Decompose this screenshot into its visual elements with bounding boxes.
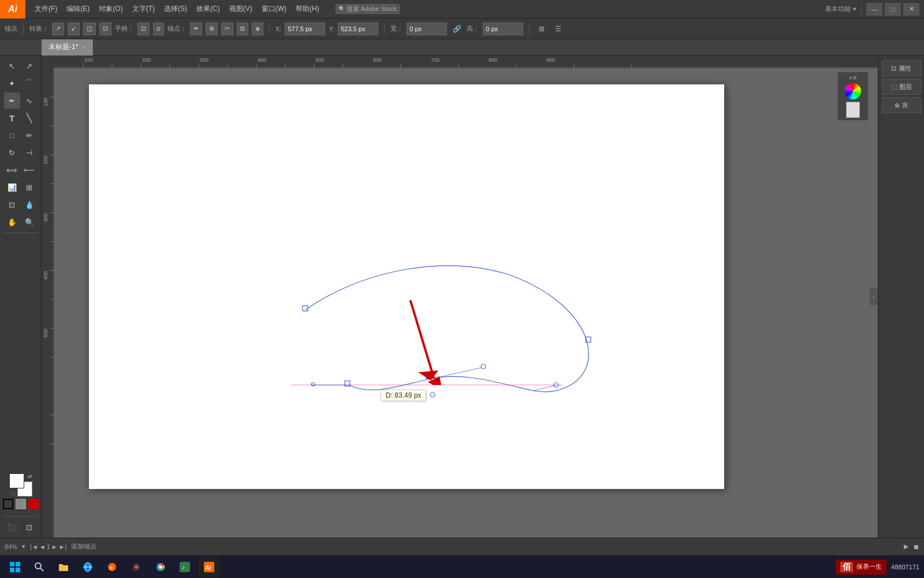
transform-icon[interactable]: ⊠ [535,23,548,35]
point-btn3[interactable]: ✂ [221,23,233,35]
menu-type[interactable]: 文字(T) [128,0,159,18]
ruler-horizontal: 100 200 300 400 500 600 700 800 900 [54,55,878,68]
menu-edit[interactable]: 编辑(E) [62,0,94,18]
white-page-icon[interactable] [846,102,860,118]
menu-view[interactable]: 视图(V) [225,0,257,18]
swap-colors-icon[interactable]: ⇌ [28,473,32,479]
page-first-btn[interactable]: |◄ [30,543,38,550]
link-wh-icon[interactable]: 🔗 [450,23,463,35]
taskbar-search-btn[interactable] [29,557,50,577]
stroke-fill-row [3,499,39,509]
taskbar-chrome-btn[interactable] [150,557,171,577]
taskbar-app3-btn[interactable]: e [102,557,122,577]
svg-text:500: 500 [315,57,324,63]
taskbar-app4-btn[interactable] [126,557,147,577]
hand-tool-btn[interactable]: ✋ [4,214,20,230]
line-tool-btn[interactable]: ╲ [21,110,38,126]
minimize-button[interactable]: — [866,3,882,16]
gray-swatch[interactable] [16,499,26,509]
svg-text:600: 600 [373,57,382,63]
menu-help[interactable]: 帮助(H) [291,0,324,18]
ruler-h-svg: 100 200 300 400 500 600 700 800 900 [54,55,878,68]
svg-point-55 [311,383,315,386]
x-value-input[interactable]: 577.5 px [285,23,325,35]
taskbar-music-btn[interactable]: ♪ [174,557,195,577]
curvature-tool-btn[interactable]: ∿ [21,92,38,109]
status-stop-btn[interactable]: ⏹ [913,543,919,550]
maximize-button[interactable]: □ [885,3,901,16]
w-value-input[interactable]: 0 px [407,23,447,35]
music-icon: ♪ [180,562,190,572]
point-btn1[interactable]: ✒ [190,23,202,35]
lasso-tool-btn[interactable]: ⌒ [21,75,38,91]
draw-mode-btn2[interactable]: ⊡ [21,519,38,535]
taskbar-illustrator-btn[interactable]: Ai [199,557,219,577]
canvas-area[interactable]: 100 200 300 400 500 600 700 800 900 [42,55,878,538]
point-btn2[interactable]: ⊕ [206,23,218,35]
library-panel-btn[interactable]: ⊕ 库 [882,97,921,113]
menu-object[interactable]: 对象(O) [94,0,127,18]
page-last-btn[interactable]: ►| [59,543,67,550]
convert-corner-btn[interactable]: ↙ [68,23,80,35]
right-collapse-btn[interactable]: › [870,288,878,305]
warp-tool-btn[interactable]: ⟵ [21,162,38,178]
handle-btn2[interactable]: ⧈ [153,23,164,35]
handle-label: 手柄： [115,24,134,33]
status-play-btn[interactable]: ▶ [904,543,908,550]
y-value-input[interactable]: 523.5 px [338,23,378,35]
page-prev-btn[interactable]: ◄ [39,543,46,550]
h-value-input[interactable]: 0 px [483,23,523,35]
convert-corner2-btn[interactable]: ⊡ [99,23,111,35]
draw-mode-btn1[interactable]: ⬛ [4,519,20,535]
doc-tab-active[interactable]: 未标题-1* ✕ [42,39,94,55]
close-button[interactable]: ✕ [903,3,919,16]
pencil-tool-btn[interactable]: ✏ [21,127,38,143]
start-button[interactable] [5,557,25,577]
convert-sym-btn[interactable]: ◫ [83,23,96,35]
zoom-tool-btn[interactable]: 🔍 [21,214,38,230]
menu-select[interactable]: 选择(S) [159,0,192,18]
column-graph-tool-btn[interactable]: 📊 [4,179,20,195]
rect-tool-btn[interactable]: □ [4,127,20,143]
red-swatch[interactable] [28,499,39,509]
align-icon[interactable]: ☰ [552,23,564,35]
width-tool-btn[interactable]: ⟺ [4,162,20,178]
pen-tool-btn[interactable]: ✒ [4,92,20,109]
direct-select-tool-btn[interactable]: ↗ [21,58,38,74]
foreground-color-swatch[interactable] [9,473,24,488]
taskbar-browser-btn[interactable] [77,557,98,577]
properties-panel-btn[interactable]: ⊡ 属性 [882,60,921,76]
none-swatch[interactable] [3,499,13,509]
artboard-tool-btn[interactable]: ⊞ [21,179,38,195]
menu-file[interactable]: 文件(F) [30,0,62,18]
svg-line-64 [40,568,43,571]
svg-text:800: 800 [489,57,497,63]
point-btn5[interactable]: ◈ [252,23,263,35]
layers-label: 图层 [899,83,912,91]
mirror-tool-btn[interactable]: ⊣ [21,144,38,161]
brand-icon: 佰 [840,562,853,572]
svg-text:400: 400 [258,57,266,63]
rotate-tool-btn[interactable]: ↻ [4,144,20,161]
type-tool-btn[interactable]: T [4,110,20,126]
taskbar-brand-btn[interactable]: 佰 保养一生 [836,560,886,575]
mini-palette-close-icon[interactable]: ✕ [852,75,857,81]
menu-effect[interactable]: 效果(C) [192,0,225,18]
chrome-icon [155,562,166,572]
slice-tool-btn[interactable]: ⊡ [4,197,20,213]
layers-panel-btn[interactable]: ⬚ 图层 [882,79,921,95]
convert-smooth-btn[interactable]: ↗ [52,23,64,35]
color-wheel-btn[interactable] [845,83,861,99]
menu-window[interactable]: 窗口(W) [257,0,291,18]
doc-tab-close-icon[interactable]: ✕ [81,44,86,50]
eyedropper-tool-btn[interactable]: 💧 [21,197,38,213]
taskbar-files-btn[interactable] [53,557,74,577]
default-colors-icon[interactable]: ⬛ [9,491,16,497]
point-btn4[interactable]: ⧉ [237,23,248,35]
zoom-dropdown-btn[interactable]: ▾ [22,543,25,550]
magic-wand-tool-btn[interactable]: ✦ [4,75,20,91]
handle-btn1[interactable]: ⊡ [137,23,150,35]
page-next-btn[interactable]: ► [51,543,58,550]
select-tool-btn[interactable]: ↖ [4,58,20,74]
svg-text:300: 300 [200,57,208,63]
